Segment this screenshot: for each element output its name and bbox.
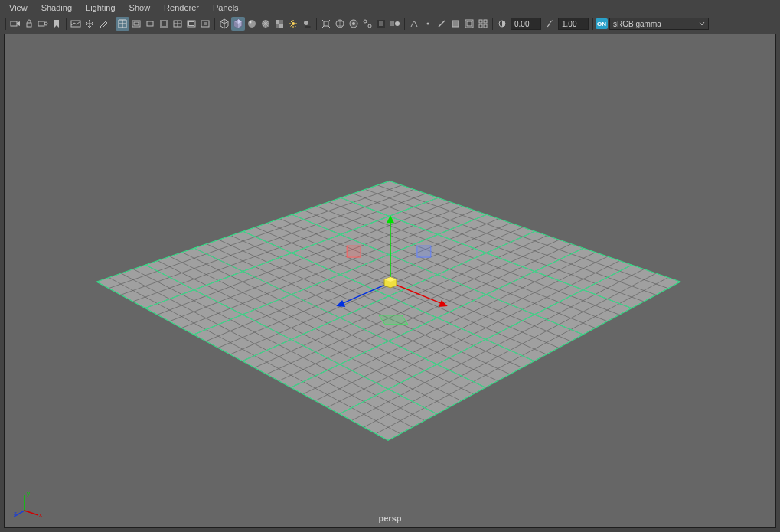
svg-point-23 <box>305 26 311 28</box>
safe-action-icon[interactable] <box>184 17 198 31</box>
viewport-panel[interactable]: y x z persp <box>4 34 776 528</box>
grid-icon[interactable] <box>116 17 129 31</box>
svg-rect-18 <box>279 20 283 24</box>
svg-rect-24 <box>324 21 328 26</box>
wireframe-icon[interactable] <box>217 17 231 31</box>
exposure-input[interactable]: 0.00 <box>511 18 541 30</box>
gamma-input[interactable]: 1.00 <box>558 18 589 30</box>
svg-line-30 <box>367 23 369 25</box>
menu-view[interactable]: View <box>3 2 34 14</box>
svg-rect-31 <box>378 21 384 27</box>
xray-joints-icon[interactable] <box>361 17 374 31</box>
svg-rect-40 <box>484 20 487 23</box>
xray-active-icon[interactable] <box>347 17 361 31</box>
svg-rect-113 <box>347 246 361 257</box>
bookmark-icon[interactable] <box>50 17 64 31</box>
svg-point-14 <box>248 20 256 28</box>
svg-rect-19 <box>276 24 279 28</box>
svg-rect-1 <box>27 23 31 27</box>
svg-point-29 <box>368 24 371 28</box>
viewport-scene[interactable] <box>5 34 775 527</box>
svg-rect-7 <box>147 21 153 26</box>
isolate-select-icon[interactable] <box>319 17 333 31</box>
2d-pan-zoom-icon[interactable] <box>83 17 96 31</box>
svg-point-15 <box>250 21 252 24</box>
svg-rect-12 <box>189 22 194 26</box>
svg-rect-39 <box>479 20 482 23</box>
default-quality-icon[interactable] <box>407 17 421 31</box>
svg-point-33 <box>395 21 400 26</box>
select-camera-icon[interactable] <box>8 17 22 31</box>
menu-lighting[interactable]: Lighting <box>80 2 122 14</box>
menu-shading[interactable]: Shading <box>35 2 78 14</box>
svg-rect-13 <box>201 21 209 27</box>
chevron-down-icon <box>699 21 705 27</box>
vertex-icon[interactable] <box>421 17 435 31</box>
svg-rect-41 <box>479 24 482 28</box>
svg-text:z: z <box>14 510 17 517</box>
svg-text:x: x <box>39 511 42 518</box>
smooth-shade-all-icon[interactable] <box>231 17 245 31</box>
svg-rect-17 <box>276 20 279 24</box>
wireframe-on-shaded-icon[interactable] <box>259 17 273 31</box>
menu-show[interactable]: Show <box>123 2 157 14</box>
uv-icon[interactable] <box>462 17 476 31</box>
edge-icon[interactable] <box>435 17 449 31</box>
motion-blur-icon[interactable] <box>388 17 402 31</box>
svg-rect-112 <box>417 246 431 257</box>
exposure-icon[interactable] <box>495 17 509 31</box>
multi-icon[interactable] <box>476 17 490 31</box>
svg-line-35 <box>439 21 445 27</box>
svg-rect-2 <box>38 21 44 26</box>
use-default-material-icon[interactable] <box>245 17 259 31</box>
svg-rect-6 <box>134 22 139 25</box>
toolbar: 0.00 1.00 ON sRGB gamma <box>0 15 780 32</box>
svg-point-27 <box>352 22 355 25</box>
svg-rect-0 <box>11 21 17 26</box>
svg-text:y: y <box>27 490 30 497</box>
xray-icon[interactable] <box>333 17 347 31</box>
svg-rect-36 <box>452 21 459 27</box>
svg-rect-42 <box>484 24 487 28</box>
shadows-icon[interactable] <box>300 17 314 31</box>
svg-rect-20 <box>279 24 283 28</box>
gate-mask-icon[interactable] <box>157 17 171 31</box>
screen-space-ao-icon[interactable] <box>374 17 388 31</box>
safe-title-icon[interactable] <box>198 17 212 31</box>
film-gate-icon[interactable] <box>129 17 143 31</box>
face-icon[interactable] <box>449 17 462 31</box>
menubar: View Shading Lighting Show Renderer Pane… <box>0 0 780 15</box>
resolution-gate-icon[interactable] <box>143 17 157 31</box>
camera-attributes-icon[interactable] <box>36 17 50 31</box>
use-all-lights-icon[interactable] <box>286 17 300 31</box>
camera-name-label: persp <box>379 514 402 523</box>
field-chart-icon[interactable] <box>171 17 184 31</box>
grease-pencil-icon[interactable] <box>96 17 110 31</box>
menu-renderer[interactable]: Renderer <box>158 2 205 14</box>
svg-rect-38 <box>467 21 472 26</box>
svg-point-28 <box>364 20 367 23</box>
view-axis-gizmo[interactable]: y x z <box>14 488 44 518</box>
svg-point-34 <box>427 23 429 25</box>
svg-rect-9 <box>162 21 166 26</box>
view-transform-dropdown[interactable]: sRGB gamma <box>609 18 709 30</box>
svg-point-3 <box>44 22 47 25</box>
menu-panels[interactable]: Panels <box>207 2 245 14</box>
textured-icon[interactable] <box>273 17 286 31</box>
lock-camera-icon[interactable] <box>22 17 36 31</box>
color-management-toggle[interactable]: ON <box>596 18 608 29</box>
svg-line-115 <box>24 511 38 515</box>
svg-point-21 <box>292 22 295 25</box>
image-plane-icon[interactable] <box>69 17 83 31</box>
gamma-icon[interactable] <box>543 17 556 31</box>
svg-point-22 <box>304 21 308 25</box>
